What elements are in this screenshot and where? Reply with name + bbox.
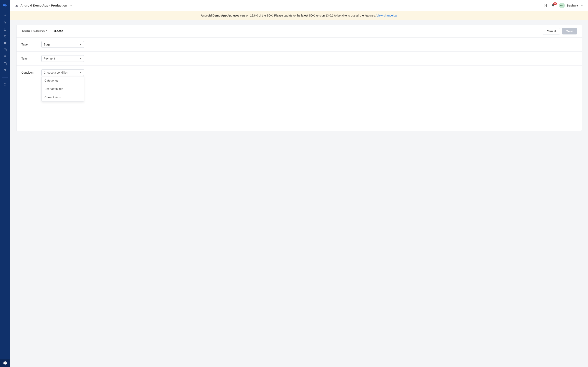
condition-option-categories[interactable]: Categories [42,76,84,85]
reports-icon[interactable] [3,69,7,73]
breadcrumb-current: Create [52,29,63,33]
settings-button[interactable] [0,359,10,367]
condition-select[interactable]: Choose a condition ▼ [42,69,84,76]
view-changelog-link[interactable]: View changelog. [376,14,397,17]
svg-rect-8 [4,69,6,72]
releases-icon[interactable] [3,48,7,52]
chevron-up-icon: ▼ [80,72,82,74]
svg-rect-11 [4,83,5,84]
banner-text: App uses version 12.6.0 of the SDK. Plea… [227,14,376,17]
svg-rect-5 [5,44,5,44]
logo[interactable] [2,3,8,8]
sidebar [0,0,10,367]
svg-rect-10 [5,70,6,71]
condition-label: Condition [21,71,42,74]
svg-point-2 [4,35,6,37]
breadcrumb: Team Ownership / Create [21,29,63,33]
type-label: Type [21,43,42,46]
condition-option-user-attributes[interactable]: User attributes [42,85,84,93]
app-name: Android Demo App - Production [20,4,67,7]
chevron-down-icon: ▼ [70,4,72,7]
update-banner: Android Demo App App uses version 12.6.0… [10,11,588,20]
save-button[interactable]: Save [562,28,577,34]
chevron-down-icon: ▼ [581,4,583,7]
bug-icon[interactable] [3,34,7,38]
avatar: BA [559,3,565,8]
condition-option-current-view[interactable]: Current view [42,93,84,101]
svg-rect-4 [5,42,5,43]
breadcrumb-separator: / [50,29,51,33]
topbar: Android Demo App - Production ▼ 29 BA Ba… [10,0,588,11]
banner-app-name: Android Demo App [201,14,227,17]
android-icon [15,4,18,7]
condition-dropdown: Categories User attributes Current view [42,76,84,101]
error-icon[interactable] [3,41,7,45]
create-card: Team Ownership / Create Cancel Save Type… [16,25,582,131]
storage-icon[interactable] [3,55,7,59]
user-name: Bashary [567,4,578,7]
team-value: Payment [44,57,55,60]
svg-rect-14 [6,85,6,86]
device-icon[interactable] [3,27,7,31]
svg-rect-12 [6,83,6,84]
features-icon[interactable] [3,62,7,66]
chevron-down-icon: ▼ [80,43,82,46]
notification-badge: 29 [553,2,557,5]
activity-icon[interactable] [3,20,7,24]
condition-placeholder: Choose a condition [44,71,68,74]
svg-rect-13 [4,85,5,86]
team-select[interactable]: Payment ▼ [42,55,84,62]
pin-icon[interactable] [3,13,7,17]
team-label: Team [21,57,42,60]
type-select[interactable]: Bugs ▼ [42,41,84,48]
svg-point-1 [5,30,5,30]
apps-icon[interactable] [3,83,7,86]
app-selector[interactable]: Android Demo App - Production ▼ [15,4,72,7]
chevron-down-icon: ▼ [80,58,82,60]
cancel-button[interactable]: Cancel [543,28,560,34]
user-menu[interactable]: BA Bashary ▼ [559,3,583,8]
notifications-button[interactable]: 29 [551,4,555,7]
breadcrumb-parent[interactable]: Team Ownership [21,29,48,33]
svg-rect-9 [5,71,5,71]
type-value: Bugs [44,43,50,46]
notes-icon[interactable] [544,4,547,7]
